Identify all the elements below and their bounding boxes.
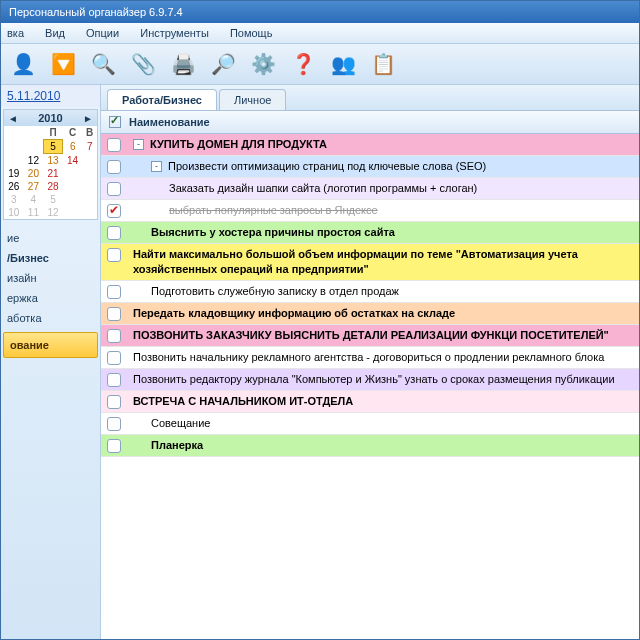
task-checkbox[interactable]	[107, 226, 121, 240]
expander-icon[interactable]: -	[133, 139, 144, 150]
task-text: Произвести оптимизацию страниц под ключе…	[168, 159, 633, 174]
window-title: Персональный органайзер 6.9.7.4	[9, 6, 183, 18]
category-item[interactable]: ержка	[1, 288, 100, 308]
tab-personal[interactable]: Личное	[219, 89, 286, 110]
task-text: Совещание	[151, 416, 633, 431]
menu-item[interactable]: Инструменты	[140, 27, 209, 39]
task-text: КУПИТЬ ДОМЕН ДЛЯ ПРОДУКТА	[150, 137, 633, 152]
calendar: ◄ 2010 ► П С В 5 6	[3, 109, 98, 220]
task-row[interactable]: Подготовить служебную записку в отдел пр…	[101, 281, 639, 303]
grid-header: Наименование	[101, 110, 639, 134]
task-text: Передать кладовщику информацию об остатк…	[133, 306, 633, 321]
task-row[interactable]: Выяснить у хостера причины простоя сайта	[101, 222, 639, 244]
category-active[interactable]: ование	[3, 332, 98, 358]
task-checkbox[interactable]	[107, 417, 121, 431]
menubar: вка Вид Опции Инструменты Помощь	[1, 23, 639, 44]
menu-item[interactable]: Помощь	[230, 27, 273, 39]
menu-item[interactable]: Опции	[86, 27, 119, 39]
prev-month-icon[interactable]: ◄	[8, 113, 18, 124]
task-row[interactable]: Позвонить редактору журнала "Компьютер и…	[101, 369, 639, 391]
task-row[interactable]: Позвонить начальнику рекламного агентств…	[101, 347, 639, 369]
task-row[interactable]: выбрать популярные запросы в Яндексе	[101, 200, 639, 222]
task-text: ПОЗВОНИТЬ ЗАКАЗЧИКУ ВЫЯСНИТЬ ДЕТАЛИ РЕАЛ…	[133, 328, 633, 343]
task-text: выбрать популярные запросы в Яндексе	[169, 203, 633, 218]
content: Работа/Бизнес Личное Наименование -КУПИТ…	[101, 85, 639, 639]
category-item[interactable]: /Бизнес	[1, 248, 100, 268]
task-row[interactable]: Совещание	[101, 413, 639, 435]
task-checkbox[interactable]	[107, 395, 121, 409]
task-text: ВСТРЕЧА С НАЧАЛЬНИКОМ ИТ-ОТДЕЛА	[133, 394, 633, 409]
toolbar: 👤 🔽 🔍 📎 🖨️ 🔎 ⚙️ ❓ 👥 📋	[1, 44, 639, 85]
task-checkbox[interactable]	[107, 248, 121, 262]
task-text: Заказать дизайн шапки сайта (логотип про…	[169, 181, 633, 196]
attachment-icon[interactable]: 📎	[127, 48, 159, 80]
task-row[interactable]: Планерка	[101, 435, 639, 457]
calendar-selected-day[interactable]: 5	[43, 140, 63, 154]
category-item[interactable]: ие	[1, 228, 100, 248]
task-row[interactable]: Найти максимально большой объем информац…	[101, 244, 639, 281]
gear-icon[interactable]: ⚙️	[247, 48, 279, 80]
titlebar: Персональный органайзер 6.9.7.4	[1, 1, 639, 23]
task-checkbox[interactable]	[107, 351, 121, 365]
user-icon[interactable]: 👤	[7, 48, 39, 80]
task-checkbox[interactable]	[107, 160, 121, 174]
task-text: Позвонить редактору журнала "Компьютер и…	[133, 372, 633, 387]
task-checkbox[interactable]	[107, 138, 121, 152]
task-checkbox[interactable]	[107, 307, 121, 321]
task-row[interactable]: -Произвести оптимизацию страниц под ключ…	[101, 156, 639, 178]
task-row[interactable]: ВСТРЕЧА С НАЧАЛЬНИКОМ ИТ-ОТДЕЛА	[101, 391, 639, 413]
column-header[interactable]: Наименование	[129, 116, 210, 128]
menu-item[interactable]: вка	[7, 27, 24, 39]
sidebar: 5.11.2010 ◄ 2010 ► П С В	[1, 85, 101, 639]
calendar-month: 2010	[38, 112, 62, 124]
task-text: Найти максимально большой объем информац…	[133, 247, 633, 277]
header-checkbox-icon[interactable]	[109, 116, 121, 128]
body: 5.11.2010 ◄ 2010 ► П С В	[1, 85, 639, 639]
task-row[interactable]: ПОЗВОНИТЬ ЗАКАЗЧИКУ ВЫЯСНИТЬ ДЕТАЛИ РЕАЛ…	[101, 325, 639, 347]
app-window: Персональный органайзер 6.9.7.4 вка Вид …	[0, 0, 640, 640]
task-checkbox[interactable]	[107, 439, 121, 453]
task-text: Планерка	[151, 438, 633, 453]
task-row[interactable]: Передать кладовщику информацию об остатк…	[101, 303, 639, 325]
help-icon[interactable]: ❓	[287, 48, 319, 80]
print-icon[interactable]: 🖨️	[167, 48, 199, 80]
calendar-grid: П С В 5 6 7 12 13 14	[4, 126, 97, 219]
filter-icon[interactable]: 🔽	[47, 48, 79, 80]
category-item[interactable]: изайн	[1, 268, 100, 288]
preview-icon[interactable]: 🔎	[207, 48, 239, 80]
task-checkbox[interactable]	[107, 182, 121, 196]
task-text: Выяснить у хостера причины простоя сайта	[151, 225, 633, 240]
task-row[interactable]: Заказать дизайн шапки сайта (логотип про…	[101, 178, 639, 200]
menu-item[interactable]: Вид	[45, 27, 65, 39]
category-list: ие /Бизнес изайн ержка аботка ование	[1, 222, 100, 639]
tabs: Работа/Бизнес Личное	[101, 85, 639, 110]
task-checkbox[interactable]	[107, 373, 121, 387]
category-item[interactable]: аботка	[1, 308, 100, 328]
task-text: Позвонить начальнику рекламного агентств…	[133, 350, 633, 365]
next-month-icon[interactable]: ►	[83, 113, 93, 124]
tab-work[interactable]: Работа/Бизнес	[107, 89, 217, 110]
date-link[interactable]: 5.11.2010	[1, 85, 100, 107]
task-list[interactable]: -КУПИТЬ ДОМЕН ДЛЯ ПРОДУКТА-Произвести оп…	[101, 134, 639, 639]
expander-icon[interactable]: -	[151, 161, 162, 172]
task-row[interactable]: -КУПИТЬ ДОМЕН ДЛЯ ПРОДУКТА	[101, 134, 639, 156]
task-checkbox[interactable]	[107, 204, 121, 218]
task-checkbox[interactable]	[107, 329, 121, 343]
task-checkbox[interactable]	[107, 285, 121, 299]
group-icon[interactable]: 👥	[327, 48, 359, 80]
task-text: Подготовить служебную записку в отдел пр…	[151, 284, 633, 299]
binoculars-icon[interactable]: 🔍	[87, 48, 119, 80]
notes-icon[interactable]: 📋	[367, 48, 399, 80]
